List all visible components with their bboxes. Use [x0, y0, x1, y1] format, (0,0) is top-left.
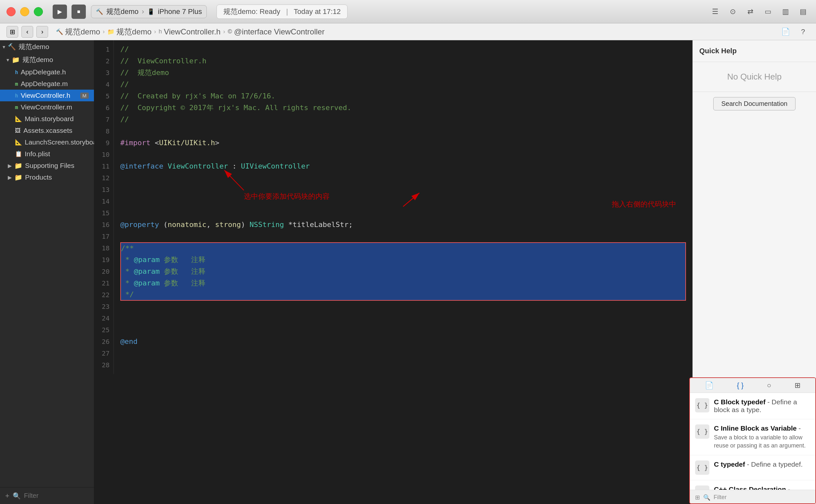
sidebar-bottom: + 🔍 ↕ ⊟	[0, 487, 94, 504]
breadcrumb-item-project[interactable]: 🔨 规范demo	[56, 27, 100, 37]
snippets-filter-icon: 🔍	[703, 494, 710, 501]
breakpoints-icon[interactable]: ⊙	[726, 5, 739, 18]
sidebar-label-viewcontroller-h: ViewController.h	[21, 92, 70, 99]
breadcrumb-item-file[interactable]: h ViewController.h	[159, 27, 221, 36]
sidebar-root-label: 规范demo	[19, 42, 49, 51]
code-line-26: @end	[120, 336, 686, 347]
code-line-1: //	[120, 44, 686, 55]
snippets-panel: 📄 { } ○ ⊞ { } C Block typedef - Define a…	[689, 377, 816, 504]
code-line-10	[120, 149, 686, 160]
code-line-5: // Created by rjx's Mac on 17/6/16.	[120, 90, 686, 102]
panel-toggle-icon[interactable]: ▭	[761, 5, 774, 18]
sidebar-item-assets[interactable]: 🖼 Assets.xcassets	[0, 125, 94, 136]
code-container: 12345 678910 1112131415 1617181920 21222…	[94, 40, 693, 374]
sidebar-group-label: 规范demo	[22, 55, 53, 64]
snippets-files-icon[interactable]: 📄	[702, 380, 717, 391]
snippets-objects-icon[interactable]: ○	[764, 380, 774, 391]
snippet-item-c-block-typedef[interactable]: { } C Block typedef - Define a block as …	[690, 393, 815, 419]
editor-area[interactable]: 12345 678910 1112131415 1617181920 21222…	[94, 40, 693, 504]
snippets-media-icon[interactable]: ⊞	[791, 380, 804, 391]
snippet-icon-2: { }	[695, 424, 709, 439]
snippet-item-c-inline-block[interactable]: { } C Inline Block as Variable - Save a …	[690, 419, 815, 455]
scheme-selector[interactable]: 🔨 规范demo › 📱 iPhone 7 Plus	[91, 5, 207, 18]
filter-icon: 🔍	[13, 492, 21, 500]
storyboard-icon: 📐	[15, 115, 22, 122]
code-line-2: // ViewController.h	[120, 55, 686, 67]
code-line-18: /**	[120, 242, 686, 254]
project-navigator-icon[interactable]: ⊞	[6, 26, 18, 38]
breadcrumb-file: ViewController.h	[164, 27, 221, 36]
code-line-19: * @param 参数 注释	[120, 254, 686, 266]
sidebar: ▾ 🔨 规范demo ▾ 📁 规范demo h AppDelegate.h m …	[0, 40, 94, 504]
breadcrumb-group: 规范demo	[116, 27, 151, 37]
close-button[interactable]	[6, 7, 16, 16]
code-line-9: #import <UIKit/UIKit.h>	[120, 137, 686, 149]
snippet-desc-2: Save a block to a variable to allow reus…	[714, 434, 810, 450]
time-text: Today at 17:12	[294, 7, 341, 16]
code-line-12	[120, 172, 686, 184]
code-line-17	[120, 231, 686, 242]
filter-input[interactable]	[24, 492, 94, 499]
sidebar-item-appdelegate-h[interactable]: h AppDelegate.h	[0, 66, 94, 78]
sidebar-item-viewcontroller-h[interactable]: h ViewController.h M	[0, 90, 94, 101]
titlebar-right: ☰ ⊙ ⇄ ▭ ▥ ▤	[709, 5, 810, 18]
code-line-14	[120, 195, 686, 207]
code-line-27	[120, 347, 686, 359]
modified-badge: M	[80, 93, 89, 99]
code-line-22: */	[120, 289, 686, 301]
sidebar-label-launchscreen: LaunchScreen.storyboard	[25, 138, 94, 146]
sidebar-item-main-storyboard[interactable]: 📐 Main.storyboard	[0, 113, 94, 125]
sidebar-label-viewcontroller-m: ViewController.m	[21, 103, 72, 111]
code-line-7: //	[120, 114, 686, 125]
sidebar-label-appdelegate-m: AppDelegate.m	[21, 80, 68, 88]
code-line-3: // 规范demo	[120, 67, 686, 79]
back-forward-icon[interactable]: ⇄	[744, 5, 757, 18]
search-documentation-button[interactable]: Search Documentation	[713, 97, 796, 110]
nav-forward-button[interactable]: ›	[36, 26, 48, 38]
code-line-6: // Copyright © 2017年 rjx's Mac. All righ…	[120, 102, 686, 114]
snippet-icon-4: { }	[695, 485, 709, 490]
code-line-20: * @param 参数 注释	[120, 266, 686, 277]
sidebar-label-products: Products	[25, 173, 52, 181]
snippets-code-icon[interactable]: { }	[734, 380, 747, 391]
sidebar-products[interactable]: ▶ 📁 Products	[0, 171, 94, 183]
snippet-item-c-typedef[interactable]: { } C typedef - Define a typedef.	[690, 455, 815, 480]
plist-icon: 📋	[15, 150, 22, 157]
minimize-button[interactable]	[20, 7, 29, 16]
breadcrumb-item-group[interactable]: 📁 规范demo	[107, 27, 151, 37]
code-line-25	[120, 324, 686, 336]
sidebar-toggle-icon[interactable]: ▥	[779, 5, 792, 18]
quick-help-title: Quick Help	[693, 40, 816, 62]
snippet-icon-1: { }	[695, 398, 709, 412]
maximize-button[interactable]	[34, 7, 43, 16]
status-text: 规范demo: Ready	[223, 7, 280, 16]
code-line-8	[120, 125, 686, 137]
stop-button[interactable]: ■	[71, 5, 86, 19]
code-line-16: @property (nonatomic, strong) NSString *…	[120, 219, 686, 231]
snippets-bottom-bar: ⊞ 🔍 Filter	[690, 490, 815, 504]
code-line-13	[120, 184, 686, 195]
sidebar-item-appdelegate-m[interactable]: m AppDelegate.m	[0, 78, 94, 90]
sidebar-group[interactable]: ▾ 📁 规范demo	[0, 53, 94, 66]
help-icon[interactable]: ?	[797, 25, 810, 38]
editor-layout-icon[interactable]: ☰	[709, 5, 722, 18]
play-button[interactable]: ▶	[53, 5, 67, 19]
snippet-content-2: C Inline Block as Variable - Save a bloc…	[714, 424, 810, 450]
sidebar-item-info-plist[interactable]: 📋 Info.plist	[0, 148, 94, 160]
snippets-filter-label: Filter	[714, 494, 727, 501]
inspector-toggle-icon[interactable]: ▤	[797, 5, 810, 18]
nav-back-button[interactable]: ‹	[21, 26, 33, 38]
snippet-item-cpp-class-decl[interactable]: { } C++ Class Declaration - Declare a ne…	[690, 480, 815, 490]
sidebar-label-assets: Assets.xcassets	[23, 127, 72, 134]
sidebar-label-appdelegate-h: AppDelegate.h	[21, 68, 66, 76]
code-line-15	[120, 207, 686, 219]
sidebar-item-viewcontroller-m[interactable]: m ViewController.m	[0, 101, 94, 113]
sidebar-root[interactable]: ▾ 🔨 规范demo	[0, 40, 94, 53]
breadcrumb-project: 规范demo	[65, 27, 100, 37]
m-file-icon-vc: m	[15, 104, 18, 110]
add-file-button[interactable]: +	[5, 492, 9, 500]
sidebar-item-launchscreen[interactable]: 📐 LaunchScreen.storyboard	[0, 136, 94, 148]
add-file-icon[interactable]: 📄	[779, 25, 792, 38]
sidebar-supporting-files[interactable]: ▶ 📁 Supporting Files	[0, 160, 94, 171]
breadcrumb-item-symbol[interactable]: © @interface ViewController	[228, 27, 325, 36]
